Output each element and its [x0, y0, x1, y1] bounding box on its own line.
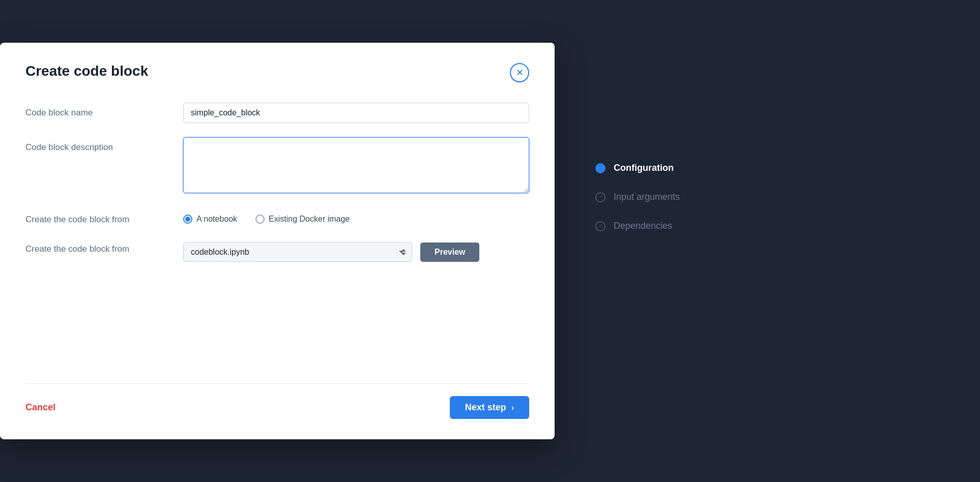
modal-spacer: [25, 276, 529, 363]
next-step-button[interactable]: Next step ›: [450, 396, 529, 419]
page-background: Create code block ✕ Code block name Code…: [0, 0, 980, 482]
file-select-wrapper: codeblock.ipynb: [183, 242, 412, 262]
radio-docker-label: Existing Docker image: [269, 215, 350, 224]
name-label: Code block name: [25, 103, 183, 118]
file-select[interactable]: codeblock.ipynb: [183, 242, 412, 262]
modal-wrapper: Create code block ✕ Code block name Code…: [0, 0, 555, 482]
select-preview-group: codeblock.ipynb Preview: [183, 239, 529, 262]
configuration-active-dot: [595, 163, 606, 173]
source-radio-row: Create the code block from A notebook Ex…: [25, 209, 529, 225]
input-arguments-label: Input arguments: [614, 192, 680, 202]
dependencies-label: Dependencies: [614, 221, 672, 231]
source-label: Create the code block from: [25, 209, 183, 225]
name-row: Code block name: [25, 103, 529, 123]
description-control: [183, 137, 529, 195]
sidebar: Configuration Input arguments Dependenci…: [555, 0, 980, 482]
file-select-control: codeblock.ipynb Preview: [183, 239, 529, 262]
radio-notebook-circle: [183, 215, 192, 224]
next-arrow-icon: ›: [511, 403, 514, 412]
modal-title: Create code block: [25, 63, 148, 79]
cancel-button[interactable]: Cancel: [25, 402, 55, 413]
next-step-label: Next step: [465, 402, 506, 413]
code-block-description-textarea[interactable]: [183, 137, 529, 193]
close-icon: ✕: [516, 67, 524, 78]
configuration-label: Configuration: [614, 163, 674, 173]
input-arguments-dot: [595, 192, 606, 202]
file-label: Create the code block from: [25, 239, 183, 254]
file-select-row: Create the code block from codeblock.ipy…: [25, 239, 529, 262]
close-button[interactable]: ✕: [510, 63, 529, 82]
source-radio-group: A notebook Existing Docker image: [183, 209, 529, 224]
modal-footer: Cancel Next step ›: [25, 383, 529, 419]
sidebar-item-dependencies: Dependencies: [595, 221, 672, 231]
code-block-name-input[interactable]: [183, 103, 529, 123]
description-row: Code block description: [25, 137, 529, 195]
create-code-block-modal: Create code block ✕ Code block name Code…: [0, 43, 555, 439]
name-control: [183, 103, 529, 123]
radio-notebook-label: A notebook: [196, 215, 237, 224]
radio-docker[interactable]: Existing Docker image: [255, 215, 350, 224]
radio-docker-circle: [255, 215, 265, 224]
sidebar-item-input-arguments: Input arguments: [595, 192, 680, 202]
sidebar-item-configuration: Configuration: [595, 163, 674, 173]
description-label: Code block description: [25, 137, 183, 153]
dependencies-dot: [595, 221, 606, 231]
radio-notebook[interactable]: A notebook: [183, 215, 237, 224]
modal-header: Create code block ✕: [25, 63, 529, 82]
preview-button[interactable]: Preview: [420, 243, 479, 262]
